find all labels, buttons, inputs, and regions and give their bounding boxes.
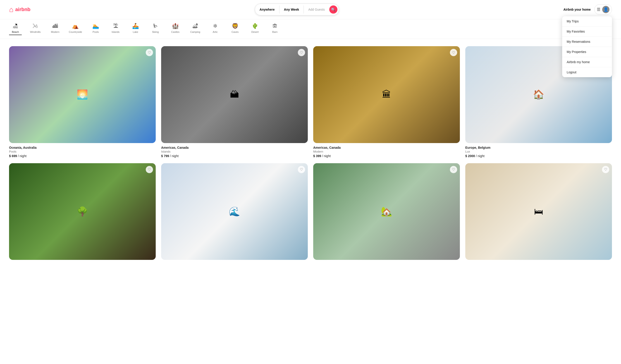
listing-price: $ 699 / night: [9, 154, 156, 158]
category-label-castles: Castles: [171, 31, 179, 33]
listing-card-listing-5[interactable]: 🌳 ♡: [9, 163, 156, 263]
category-item-islands[interactable]: 🏝 Islands: [109, 23, 122, 35]
search-anywhere[interactable]: Anywhere: [255, 5, 279, 14]
pools-icon: 🏊: [92, 23, 99, 29]
category-label-beach: Beach: [12, 31, 19, 33]
category-item-castles[interactable]: 🏰 Castles: [169, 23, 182, 35]
category-item-pools[interactable]: 🏊 Pools: [89, 23, 102, 35]
user-menu-button[interactable]: ☰ 👤: [594, 4, 612, 15]
logo[interactable]: ⌂ airbnb: [9, 5, 31, 14]
image-placeholder: 🛏: [465, 163, 612, 260]
modern-icon: 🏙: [52, 23, 58, 29]
favorite-button[interactable]: ♡: [146, 49, 153, 56]
listing-card-listing-6[interactable]: 🌊 ♡: [161, 163, 308, 263]
category-item-desert[interactable]: 🌵 Desert: [249, 23, 261, 35]
listing-price: $ 399 / night: [313, 154, 460, 158]
search-button[interactable]: 🔍: [329, 5, 337, 14]
listing-price: $ 799 / night: [161, 154, 308, 158]
windmills-icon: 🌬: [33, 23, 38, 29]
avatar-icon: 👤: [603, 7, 608, 12]
category-item-artic[interactable]: ❄ Artic: [209, 23, 222, 35]
listing-location: Oceania, Australia: [9, 146, 156, 149]
listing-card-listing-1[interactable]: 🌅 ♡ Oceania, Australia Pools $ 699 / nig…: [9, 46, 156, 158]
listing-location: Americas, Canada: [161, 146, 308, 149]
caves-icon: 🦁: [232, 23, 239, 29]
category-item-caves[interactable]: 🦁 Caves: [229, 23, 242, 35]
listing-type: Islands: [161, 150, 308, 153]
airbnb-logo-icon: ⌂: [9, 5, 13, 14]
listing-location: Americas, Canada: [313, 146, 460, 149]
listing-card-listing-7[interactable]: 🏡 ♡: [313, 163, 460, 263]
search-icon: 🔍: [331, 7, 336, 12]
listing-card-listing-8[interactable]: 🛏 ♡: [465, 163, 612, 263]
image-placeholder: 🌅: [9, 46, 156, 143]
category-label-countryside: Countryside: [69, 31, 82, 33]
category-label-skiing: Skiing: [152, 31, 159, 33]
header: ⌂ airbnb Anywhere Any Week Add Guests 🔍 …: [0, 0, 621, 19]
image-placeholder: 🏔: [161, 46, 308, 143]
dropdown-item-airbnb-my-home[interactable]: Airbnb my home: [562, 57, 612, 67]
image-placeholder: 🌳: [9, 163, 156, 260]
desert-icon: 🌵: [252, 23, 259, 29]
listing-image: 🌅 ♡: [9, 46, 156, 143]
dropdown-item-my-reservations[interactable]: My Reservations: [562, 37, 612, 47]
category-label-pools: Pools: [93, 31, 99, 33]
search-bar: Anywhere Any Week Add Guests 🔍: [255, 4, 339, 15]
listing-type: Lux: [465, 150, 612, 153]
skiing-icon: ⛷: [153, 23, 158, 29]
listing-image: 🏔 ♡: [161, 46, 308, 143]
castles-icon: 🏰: [172, 23, 179, 29]
category-item-beach[interactable]: 🏖 Beach: [9, 23, 22, 35]
listing-image: 🏡 ♡: [313, 163, 460, 260]
favorite-button[interactable]: ♡: [450, 49, 457, 56]
favorite-button[interactable]: ♡: [602, 166, 609, 173]
listing-card-listing-3[interactable]: 🏛 ♡ Americas, Canada Modern $ 399 / nigh…: [313, 46, 460, 158]
dropdown-item-my-favorites[interactable]: My Favorites: [562, 26, 612, 37]
favorite-button[interactable]: ♡: [298, 166, 305, 173]
listing-price: $ 2000 / night: [465, 154, 612, 158]
category-label-islands: Islands: [112, 31, 120, 33]
avatar: 👤: [602, 6, 609, 13]
countryside-icon: ⛺: [72, 23, 79, 29]
airbnb-home-link[interactable]: Airbnb your home: [563, 8, 591, 11]
dropdown-item-my-properties[interactable]: My Properties: [562, 47, 612, 57]
search-add-guests[interactable]: Add Guests: [304, 5, 329, 14]
category-item-lake[interactable]: 🚣 Lake: [129, 23, 142, 35]
listing-type: Modern: [313, 150, 460, 153]
category-item-camping[interactable]: 🏕 Camping: [189, 23, 202, 35]
lake-icon: 🚣: [132, 23, 139, 29]
camping-icon: 🏕: [193, 23, 198, 29]
listings-grid: 🌅 ♡ Oceania, Australia Pools $ 699 / nig…: [0, 39, 621, 270]
category-item-countryside[interactable]: ⛺ Countryside: [69, 23, 82, 35]
header-right: Airbnb your home ☰ 👤: [563, 4, 612, 15]
favorite-button[interactable]: ♡: [450, 166, 457, 173]
listing-image: 🛏 ♡: [465, 163, 612, 260]
logo-text: airbnb: [15, 7, 30, 13]
listing-type: Pools: [9, 150, 156, 153]
category-label-camping: Camping: [190, 31, 200, 33]
category-label-artic: Artic: [213, 31, 218, 33]
dropdown-item-logout[interactable]: Logout: [562, 67, 612, 77]
category-label-lake: Lake: [133, 31, 138, 33]
image-placeholder: 🌊: [161, 163, 308, 260]
listing-location: Europe, Belgium: [465, 146, 612, 149]
category-item-windmills[interactable]: 🌬 Windmills: [29, 23, 42, 35]
category-label-barn: Barn: [272, 31, 277, 33]
category-item-barn[interactable]: 🏚 Barn: [269, 23, 281, 35]
favorite-button[interactable]: ♡: [146, 166, 153, 173]
listing-image: 🏛 ♡: [313, 46, 460, 143]
category-label-caves: Caves: [231, 31, 239, 33]
islands-icon: 🏝: [113, 23, 118, 29]
listing-image: 🌳 ♡: [9, 163, 156, 260]
listing-card-listing-2[interactable]: 🏔 ♡ Americas, Canada Islands $ 799 / nig…: [161, 46, 308, 158]
favorite-button[interactable]: ♡: [298, 49, 305, 56]
category-item-skiing[interactable]: ⛷ Skiing: [149, 23, 162, 35]
barn-icon: 🏚: [272, 23, 278, 29]
category-item-modern[interactable]: 🏙 Modern: [49, 23, 62, 35]
search-any-week[interactable]: Any Week: [279, 5, 304, 14]
dropdown-item-my-trips[interactable]: My Trips: [562, 16, 612, 26]
image-placeholder: 🏡: [313, 163, 460, 260]
hamburger-icon: ☰: [597, 7, 600, 12]
category-label-windmills: Windmills: [30, 31, 40, 33]
category-label-modern: Modern: [51, 31, 59, 33]
